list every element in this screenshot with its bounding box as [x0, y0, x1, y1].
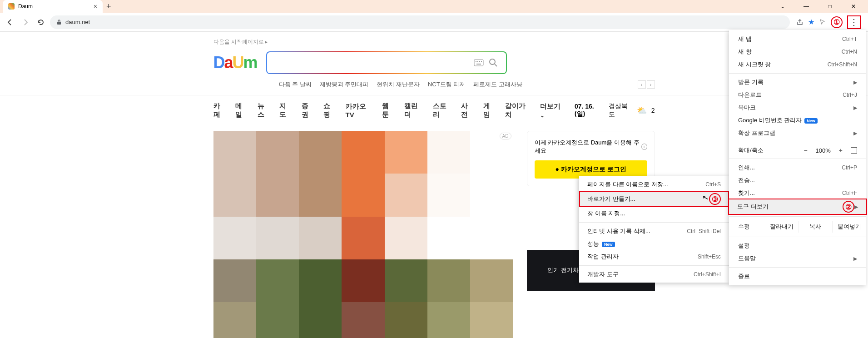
- kakao-login-button[interactable]: ● 카카오계정으로 로그인: [535, 160, 647, 179]
- info-icon[interactable]: i: [641, 144, 647, 150]
- set-homepage-link[interactable]: 다음을 시작페이지로: [213, 32, 655, 50]
- window-dropdown-icon[interactable]: ⌄: [774, 3, 792, 10]
- window-maximize-icon[interactable]: □: [821, 3, 839, 10]
- gnb-game[interactable]: 게임: [483, 102, 496, 119]
- keyboard-icon[interactable]: [473, 57, 484, 68]
- trend-item[interactable]: 현위치 재난문자: [377, 80, 420, 89]
- submenu-clear-data[interactable]: 인터넷 사용 기록 삭제...Ctrl+Shift+Del: [579, 225, 729, 238]
- gnb-stock[interactable]: 증권: [302, 102, 315, 119]
- menu-new-tab[interactable]: 새 탭Ctrl+T: [729, 33, 866, 45]
- menu-cast[interactable]: 전송...: [729, 174, 866, 187]
- new-tab-button[interactable]: +: [106, 2, 111, 11]
- trend-item[interactable]: NCT드림 티저: [428, 80, 465, 89]
- forward-button[interactable]: [19, 16, 32, 29]
- menu-more-tools[interactable]: 도구 더보기 ② ▶: [728, 199, 867, 215]
- window-controls: ⌄ — □ ✕: [768, 3, 868, 10]
- edit-cut[interactable]: 잘라내기: [765, 221, 799, 233]
- search-input[interactable]: [274, 59, 470, 67]
- trend-item[interactable]: 페로제도 고래사냥: [473, 80, 522, 89]
- browser-tab[interactable]: Daum ×: [3, 0, 103, 13]
- zoom-value: 100%: [816, 147, 831, 154]
- window-close-icon[interactable]: ✕: [844, 3, 863, 10]
- menu-new-window[interactable]: 새 창Ctrl+N: [729, 45, 866, 58]
- bookmark-star-icon[interactable]: ★: [808, 18, 814, 26]
- edit-label: 수정: [729, 221, 765, 233]
- toolbar-actions: ★ ① ⋮: [793, 15, 864, 29]
- svg-rect-0: [57, 22, 61, 25]
- gnb-news[interactable]: 뉴스: [258, 102, 271, 119]
- gnb-together[interactable]: 같이가치: [505, 102, 531, 119]
- search-box[interactable]: [266, 51, 507, 74]
- edit-paste[interactable]: 붙여넣기: [833, 221, 866, 233]
- weather-icon: ⛅: [637, 105, 647, 115]
- zoom-out-button[interactable]: −: [804, 147, 807, 154]
- menu-find[interactable]: 찾기...Ctrl+F: [729, 187, 866, 199]
- menu-bookmarks[interactable]: 북마크▶: [729, 101, 866, 114]
- gnb-mail[interactable]: 메일: [235, 102, 248, 119]
- share-icon[interactable]: [796, 19, 804, 26]
- tab-close-icon[interactable]: ×: [94, 3, 97, 10]
- annotation-2: ②: [843, 201, 854, 213]
- search-icon[interactable]: [488, 57, 499, 68]
- menu-history[interactable]: 방문 기록▶: [729, 76, 866, 89]
- trend-next-icon[interactable]: ›: [647, 80, 655, 89]
- svg-rect-5: [481, 61, 482, 62]
- tab-title: Daum: [18, 3, 33, 10]
- browser-main-menu: 새 탭Ctrl+T 새 창Ctrl+N 새 시크릿 창Ctrl+Shift+N …: [729, 30, 866, 285]
- daum-logo[interactable]: DaUm: [213, 53, 257, 72]
- svg-rect-4: [479, 61, 480, 62]
- menu-password-manager[interactable]: Google 비밀번호 관리자New: [729, 114, 866, 127]
- submenu-performance[interactable]: 성능New: [579, 238, 729, 250]
- trend-item[interactable]: 제방붕괴 주민대피: [320, 80, 369, 89]
- browser-menu-button[interactable]: ⋮: [847, 15, 861, 29]
- url-text: daum.net: [65, 19, 90, 25]
- menu-help[interactable]: 도움말▶: [729, 252, 866, 265]
- daum-favicon: [8, 3, 15, 10]
- annotation-3: ③: [709, 193, 721, 205]
- menu-print[interactable]: 인쇄...Ctrl+P: [729, 161, 866, 174]
- menu-edit-row: 수정 잘라내기 복사 붙여넣기: [729, 219, 866, 234]
- back-button[interactable]: [4, 16, 16, 29]
- ad-badge: AD: [500, 133, 511, 139]
- trend-prev-icon[interactable]: ‹: [638, 80, 646, 89]
- menu-downloads[interactable]: 다운로드Ctrl+J: [729, 89, 866, 101]
- menu-zoom: 확대/축소 − 100% +: [729, 144, 866, 156]
- window-minimize-icon[interactable]: —: [797, 3, 815, 10]
- gnb-more[interactable]: 더보기: [540, 102, 565, 119]
- gnb-kakaotv[interactable]: 카카오TV: [346, 102, 373, 119]
- annotation-1: ①: [831, 16, 843, 28]
- date-label: 07. 16. (일): [575, 103, 604, 118]
- gnb-map[interactable]: 지도: [279, 102, 293, 119]
- gnb-dict[interactable]: 사전: [461, 102, 474, 119]
- gnb-webtoon[interactable]: 웹툰: [382, 102, 395, 119]
- gnb-shop[interactable]: 쇼핑: [323, 102, 337, 119]
- submenu-devtools[interactable]: 개발자 도구Ctrl+Shift+I: [579, 268, 729, 281]
- edit-copy[interactable]: 복사: [799, 221, 833, 233]
- gnb-cafe[interactable]: 카페: [213, 102, 227, 119]
- menu-extensions[interactable]: 확장 프로그램▶: [729, 127, 866, 139]
- reload-button[interactable]: [35, 16, 47, 29]
- svg-line-8: [495, 64, 497, 66]
- menu-settings[interactable]: 설정: [729, 239, 866, 252]
- submenu-task-manager[interactable]: 작업 관리자Shift+Esc: [579, 250, 729, 263]
- fullscreen-icon[interactable]: [851, 147, 857, 154]
- browser-toolbar: daum.net ★ ① ⋮: [0, 13, 868, 32]
- svg-rect-6: [476, 64, 481, 65]
- submenu-name-window[interactable]: 창 이름 지정...: [579, 207, 729, 220]
- svg-rect-1: [474, 60, 483, 66]
- more-tools-submenu: 페이지를 다른 이름으로 저장...Ctrl+S 바로가기 만들기... ③ 창…: [579, 176, 729, 283]
- address-bar[interactable]: daum.net: [50, 15, 790, 29]
- login-message: 이제 카카오계정으로 Daum을 이용해 주세요: [535, 139, 640, 155]
- trending-keywords: 다음 주 날씨 제방붕괴 주민대피 현위치 재난문자 NCT드림 티저 페로제도…: [213, 78, 655, 95]
- global-nav: 카페 메일 뉴스 지도 증권 쇼핑 카카오TV 웹툰 캘린더 스토리 사전 게임…: [213, 95, 655, 125]
- cursor-select-icon[interactable]: [819, 19, 826, 26]
- region-label: 경상북도: [609, 102, 632, 119]
- menu-exit[interactable]: 종료: [729, 270, 866, 283]
- trend-item[interactable]: 다음 주 날씨: [279, 80, 312, 89]
- menu-new-incognito[interactable]: 새 시크릿 창Ctrl+Shift+N: [729, 58, 866, 71]
- submenu-save-as[interactable]: 페이지를 다른 이름으로 저장...Ctrl+S: [579, 178, 729, 191]
- gnb-calendar[interactable]: 캘린더: [404, 102, 424, 119]
- main-ad-area[interactable]: AD: [213, 131, 513, 338]
- gnb-story[interactable]: 스토리: [433, 102, 452, 119]
- zoom-in-button[interactable]: +: [839, 147, 843, 154]
